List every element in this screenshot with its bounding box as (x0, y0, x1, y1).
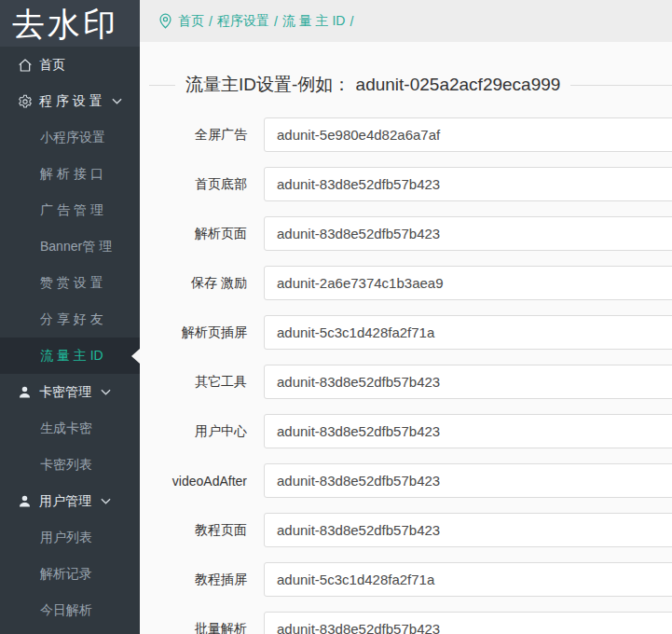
sidebar-item-label: 赞 赏 设 置 (40, 275, 103, 292)
sidebar-item-label: Banner管 理 (40, 239, 112, 255)
sidebar-item-home[interactable]: 首页 (0, 47, 140, 83)
form-row: 其它工具 (140, 365, 672, 399)
user-icon (17, 384, 33, 400)
gear-icon (17, 93, 33, 109)
parse-interstitial-input[interactable] (264, 315, 672, 350)
breadcrumb: 首页 / 程序设置 / 流 量 主 ID / (140, 0, 672, 42)
breadcrumb-separator: / (350, 14, 353, 29)
form-row: 用户中心 (140, 414, 672, 448)
sidebar-item-reward-settings[interactable]: 赞 赏 设 置 (0, 265, 140, 301)
field-label: 解析页面 (140, 226, 264, 242)
title-divider-right (570, 85, 672, 86)
active-item-arrow (131, 349, 140, 364)
sidebar-item-miniprogram-settings[interactable]: 小程序设置 (0, 119, 140, 156)
user-center-input[interactable] (264, 414, 672, 448)
field-label: 全屏广告 (140, 127, 264, 144)
field-label: 其它工具 (140, 374, 264, 391)
field-label: 保存 激励 (140, 275, 264, 292)
field-label: videoAdAfter (140, 474, 264, 489)
other-tools-input[interactable] (264, 365, 672, 399)
save-reward-input[interactable] (264, 266, 672, 300)
tutorial-interstitial-input[interactable] (264, 562, 672, 597)
breadcrumb-home-link[interactable]: 首页 (178, 13, 204, 30)
field-label: 批量解析 (140, 621, 264, 634)
sidebar-item-parse-records[interactable]: 解析记录 (0, 556, 140, 592)
tutorial-page-input[interactable] (264, 513, 672, 547)
form-row: 批量解析 (140, 612, 672, 634)
breadcrumb-separator: / (209, 14, 213, 29)
parse-page-input[interactable] (264, 216, 672, 251)
field-label: 教程页面 (140, 522, 264, 539)
sidebar-item-traffic-owner-id[interactable]: 流 量 主 ID (0, 338, 140, 374)
sidebar-item-banner-management[interactable]: Banner管 理 (0, 228, 140, 265)
form-row: 首页底部 (140, 167, 672, 201)
sidebar-item-label: 广 告 管 理 (40, 202, 103, 219)
sidebar-item-share-friends[interactable]: 分 享 好 友 (0, 301, 140, 338)
adunit-form: 全屏广告 首页底部 解析页面 保存 激励 解析页插屏 其它工具 (140, 117, 672, 634)
sidebar-group-label: 程 序 设 置 (39, 93, 103, 110)
sidebar-item-label: 首页 (39, 57, 65, 74)
field-label: 用户中心 (140, 423, 264, 440)
sidebar-item-label: 解 析 接 口 (40, 166, 103, 183)
sidebar-group-user-management[interactable]: 用户管理 (0, 483, 140, 519)
batch-parse-input[interactable] (264, 612, 672, 634)
sidebar-item-label: 流 量 主 ID (40, 348, 103, 365)
form-row: 教程插屏 (140, 562, 672, 597)
sidebar-menu: 首页 程 序 设 置 小程序设置 解 析 接 口 广 告 管 理 Banner管… (0, 47, 140, 628)
sidebar-group-label: 卡密管理 (39, 384, 91, 401)
fullscreen-ad-input[interactable] (264, 117, 672, 152)
sidebar: 去水印 首页 程 序 设 置 小程序设置 解 析 接 口 广 (0, 0, 140, 634)
sidebar-item-generate-card[interactable]: 生成卡密 (0, 410, 140, 447)
chevron-down-icon (101, 389, 111, 395)
chevron-down-icon (112, 98, 122, 104)
sidebar-group-label: 用户管理 (39, 493, 91, 510)
sidebar-group-card-management[interactable]: 卡密管理 (0, 374, 140, 410)
sidebar-item-parse-api[interactable]: 解 析 接 口 (0, 156, 140, 192)
home-icon (17, 57, 33, 73)
sidebar-item-label: 用户列表 (40, 530, 92, 546)
chevron-down-icon (101, 498, 111, 504)
form-row: 解析页插屏 (140, 315, 672, 350)
sidebar-item-label: 今日解析 (40, 602, 92, 619)
form-row: 保存 激励 (140, 266, 672, 300)
field-label: 首页底部 (140, 176, 264, 193)
breadcrumb-settings-link[interactable]: 程序设置 (217, 13, 269, 30)
main-content: 首页 / 程序设置 / 流 量 主 ID / 流量主ID设置-例如： aduni… (140, 0, 672, 634)
user-icon (17, 493, 33, 509)
app-window: 去水印 首页 程 序 设 置 小程序设置 解 析 接 口 广 (0, 0, 672, 634)
form-row: 全屏广告 (140, 117, 672, 152)
page-title: 流量主ID设置-例如： adunit-025a2acf29eca999 (149, 68, 672, 102)
breadcrumb-current: 流 量 主 ID (282, 13, 346, 30)
sidebar-item-label: 分 享 好 友 (40, 311, 103, 328)
sidebar-group-program-settings[interactable]: 程 序 设 置 (0, 83, 140, 119)
form-row: videoAdAfter (140, 463, 672, 498)
sidebar-item-card-list[interactable]: 卡密列表 (0, 447, 140, 483)
sidebar-item-ad-management[interactable]: 广 告 管 理 (0, 192, 140, 228)
sidebar-item-user-list[interactable]: 用户列表 (0, 519, 140, 556)
sidebar-item-label: 解析记录 (40, 566, 92, 583)
sidebar-item-label: 生成卡密 (40, 420, 92, 437)
sidebar-item-label: 卡密列表 (40, 457, 92, 474)
home-bottom-input[interactable] (264, 167, 672, 201)
field-label: 教程插屏 (140, 572, 264, 588)
sidebar-item-today-parse[interactable]: 今日解析 (0, 592, 140, 628)
field-label: 解析页插屏 (140, 324, 264, 341)
video-ad-after-input[interactable] (264, 463, 672, 498)
title-divider-left (149, 85, 175, 86)
page-title-text: 流量主ID设置-例如： adunit-025a2acf29eca999 (175, 73, 570, 97)
breadcrumb-separator: / (274, 14, 278, 29)
location-pin-icon (158, 13, 172, 29)
sidebar-item-label: 小程序设置 (40, 130, 105, 146)
form-row: 解析页面 (140, 216, 672, 251)
form-row: 教程页面 (140, 513, 672, 547)
app-logo: 去水印 (0, 0, 140, 47)
